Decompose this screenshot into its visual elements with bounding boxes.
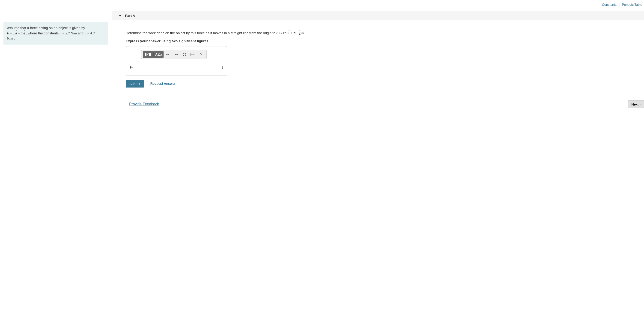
request-answer-link[interactable]: Request Answer (150, 82, 176, 85)
r-val-mid: + 21.5 (290, 31, 299, 35)
answer-box: √ ΑΣφ ? (126, 46, 227, 76)
part-body: Determine the work done on the object by… (112, 20, 644, 108)
period: . (14, 36, 15, 40)
problem-constants-text: , where the constants (26, 31, 60, 35)
periodic-table-link[interactable]: Periodic Table (622, 3, 642, 7)
undo-icon (166, 53, 170, 56)
a-value: a = 2.7 (60, 31, 70, 35)
question-prefix: Determine the work done on the object by… (126, 31, 276, 35)
b-value: b = 4.3 (84, 31, 94, 35)
next-button[interactable]: Next › (628, 100, 644, 108)
provide-feedback-link[interactable]: Provide Feedback (129, 102, 159, 106)
keyboard-icon (190, 53, 195, 56)
equation-toolbar: √ ΑΣφ ? (141, 50, 207, 59)
main-panel: Constants | Periodic Table Part A Determ… (112, 0, 644, 185)
a-units: N/m (70, 31, 77, 35)
reset-button[interactable] (180, 51, 188, 58)
redo-button[interactable] (172, 51, 180, 58)
problem-sidebar: Assume that a force acting on an object … (0, 0, 112, 185)
top-links: Constants | Periodic Table (112, 0, 644, 11)
b-units: N/m (7, 37, 13, 40)
problem-statement: Assume that a force acting on an object … (4, 22, 108, 45)
keyboard-button[interactable] (189, 51, 197, 58)
question-text: Determine the work done on the object by… (126, 31, 644, 36)
problem-intro: Assume that a force acting on an object … (7, 26, 85, 30)
answer-row: W = J (130, 64, 223, 71)
r-val-1: (12.0 (282, 31, 288, 35)
variable-label: W (130, 65, 133, 70)
unit-label: J (222, 65, 223, 70)
help-button[interactable]: ? (197, 51, 205, 58)
r-vector: →r = (12.0ˆi + 21.5ˆj)m. (276, 31, 305, 35)
collapse-icon (119, 15, 122, 17)
r-val-end: )m. (300, 31, 305, 35)
reset-icon (183, 53, 186, 56)
answer-instruction: Express your answer using two significan… (126, 39, 644, 43)
answer-input[interactable] (140, 64, 219, 71)
link-separator: | (619, 3, 620, 7)
templates-icon: √ (145, 53, 151, 56)
greek-button[interactable]: ΑΣφ (154, 51, 164, 58)
force-equation: →F = axˆi + byˆj (7, 31, 26, 35)
chevron-right-icon: › (640, 102, 640, 106)
next-label: Next (631, 102, 638, 106)
part-title: Part A (125, 14, 135, 18)
part-header[interactable]: Part A (112, 11, 644, 20)
undo-button[interactable] (164, 51, 172, 58)
constants-link[interactable]: Constants (602, 3, 616, 7)
and-text: and (78, 31, 84, 35)
redo-icon (174, 53, 178, 56)
action-row: Submit Request Answer (126, 80, 644, 88)
footer-row: Provide Feedback Next › (126, 100, 644, 108)
equals-sign: = (136, 66, 138, 70)
submit-button[interactable]: Submit (126, 80, 144, 88)
templates-button[interactable]: √ (143, 51, 153, 58)
